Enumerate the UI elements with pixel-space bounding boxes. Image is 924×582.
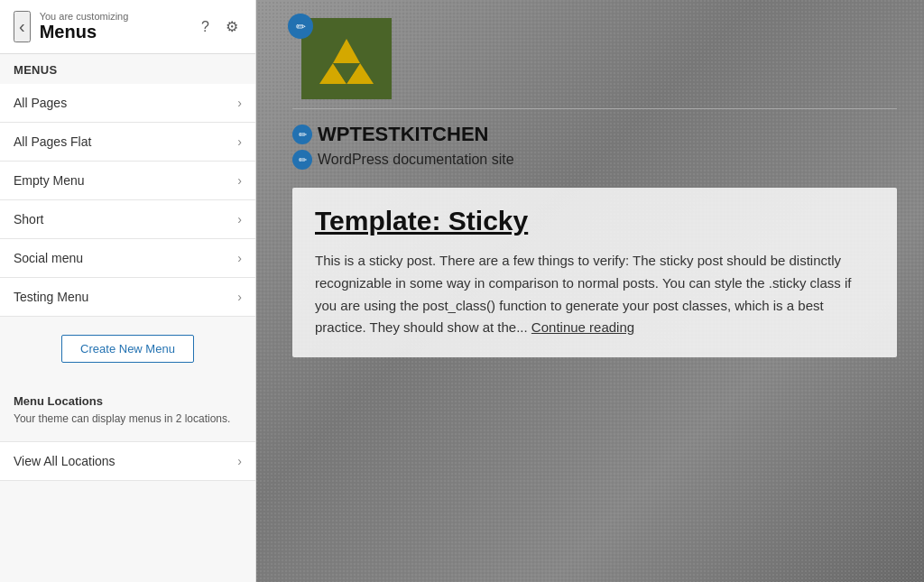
menu-locations-description: Your theme can display menus in 2 locati…	[14, 411, 242, 427]
chevron-right-icon: ›	[237, 212, 242, 226]
create-menu-section: Create New Menu	[0, 317, 255, 381]
menu-locations-section: Menu Locations Your theme can display me…	[0, 381, 255, 434]
chevron-right-icon: ›	[237, 173, 242, 188]
site-logo	[301, 18, 392, 99]
menu-item-label: All Pages	[14, 96, 67, 110]
menu-item-label: Social menu	[14, 251, 83, 265]
sidebar-title: Menus	[40, 22, 129, 42]
chevron-right-icon: ›	[237, 96, 242, 110]
menu-item-label: Short	[14, 212, 43, 226]
site-tagline: WordPress documentation site	[318, 152, 514, 168]
view-all-locations-label: View All Locations	[14, 454, 116, 468]
site-name: WPTESTKITCHEN	[318, 123, 488, 146]
menu-item-empty-menu[interactable]: Empty Menu ›	[0, 162, 255, 200]
site-name-row: ✏ WPTESTKITCHEN	[292, 123, 897, 146]
menu-item-label: Testing Menu	[14, 290, 88, 304]
view-all-locations-item[interactable]: View All Locations ›	[0, 441, 255, 481]
menus-section-label: Menus	[0, 54, 255, 84]
menu-item-all-pages-flat[interactable]: All Pages Flat ›	[0, 123, 255, 162]
continue-reading-link[interactable]: Continue reading	[531, 319, 634, 335]
menu-item-testing-menu[interactable]: Testing Menu ›	[0, 278, 255, 317]
site-tagline-row: ✏ WordPress documentation site	[292, 150, 897, 170]
menu-item-label: Empty Menu	[14, 173, 85, 188]
logo-edit-icon[interactable]: ✏	[288, 14, 313, 39]
back-button[interactable]: ‹	[14, 11, 31, 42]
chevron-right-icon: ›	[237, 134, 242, 149]
main-content: ✏ ✏ WPTESTKIT	[256, 0, 924, 582]
create-new-menu-button[interactable]: Create New Menu	[61, 335, 194, 363]
menu-locations-title: Menu Locations	[14, 394, 242, 408]
article-body: This is a sticky post. There are a few t…	[315, 250, 874, 339]
site-info-area: ✏ WPTESTKITCHEN ✏ WordPress documentatio…	[292, 123, 897, 170]
menu-item-short[interactable]: Short ›	[0, 200, 255, 239]
site-logo-area: ✏	[292, 18, 897, 99]
article-title: Template: Sticky	[315, 206, 874, 236]
sidebar-header: ‹ You are customizing Menus ? ⚙	[0, 0, 255, 54]
customizing-label: You are customizing	[40, 11, 129, 22]
main-preview: ✏ ✏ WPTESTKIT	[256, 0, 924, 582]
help-button[interactable]: ?	[198, 15, 213, 39]
article-area: Template: Sticky This is a sticky post. …	[292, 188, 897, 357]
settings-button[interactable]: ⚙	[222, 14, 242, 39]
chevron-right-icon: ›	[237, 290, 242, 304]
menu-item-label: All Pages Flat	[14, 134, 91, 149]
menu-item-social-menu[interactable]: Social menu ›	[0, 239, 255, 278]
menu-item-all-pages[interactable]: All Pages ›	[0, 84, 255, 123]
divider	[292, 108, 897, 109]
site-name-edit-icon[interactable]: ✏	[292, 125, 312, 144]
chevron-right-icon: ›	[237, 454, 242, 468]
svg-marker-1	[333, 39, 360, 63]
site-tagline-edit-icon[interactable]: ✏	[292, 150, 312, 170]
chevron-right-icon: ›	[237, 251, 242, 265]
sidebar: ‹ You are customizing Menus ? ⚙ Menus Al…	[0, 0, 256, 582]
